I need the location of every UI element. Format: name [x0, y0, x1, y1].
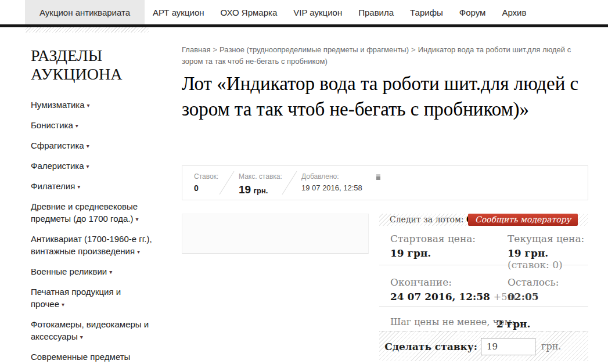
price-step-value: 2 грн.	[497, 318, 530, 330]
sidebar-item-philately[interactable]: Филателия▾	[31, 180, 154, 193]
lot-stats-bar: Ставок: 0 Макс. ставка: 19 грн. Добавлен…	[182, 165, 588, 200]
tab-archive[interactable]: Архив	[494, 0, 534, 24]
ending-row: Окончание: 24 07 2016, 12:58 +5m Осталос…	[390, 276, 588, 302]
page-title: Лот «Индикатор вода та роботи шит.для лю…	[182, 71, 580, 122]
sidebar-item-sphragistics[interactable]: Сфрагистика▾	[31, 139, 154, 152]
report-moderator-button[interactable]: Сообщить модератору	[468, 214, 578, 226]
time-left-value: 02:05	[508, 291, 559, 302]
bid-amount-input[interactable]	[481, 338, 535, 355]
sidebar-item-phaleristics[interactable]: Фалеристика▾	[31, 160, 154, 172]
end-value: 24 07 2016, 12:58	[390, 291, 490, 302]
tab-forum[interactable]: Форум	[451, 0, 494, 24]
sidebar-item-modern-items[interactable]: Современные предметы	[31, 351, 154, 363]
watch-label: Следит за лотом:	[390, 215, 464, 224]
sidebar-item-bonistics[interactable]: Бонистика▾	[31, 119, 154, 132]
chevron-down-icon: ▾	[80, 334, 83, 340]
tab-tariffs[interactable]: Тарифы	[402, 0, 451, 24]
watch-strip: Следит за лотом: 0 Сообщить модератору	[379, 214, 588, 226]
active-tab-hatch	[25, 27, 149, 33]
stat-max-bid: Макс. ставка: 19 грн.	[239, 172, 282, 196]
chevron-down-icon: ▾	[62, 301, 64, 308]
tab-rules[interactable]: Правила	[350, 0, 402, 24]
chevron-down-icon: ▾	[87, 143, 89, 149]
lot-info-panel: Следит за лотом: 0 Сообщить модератору С…	[379, 214, 588, 364]
top-navigation: Аукцион антиквариата АРТ аукцион ОХО Ярм…	[0, 0, 608, 24]
max-bid-value: 19	[239, 183, 251, 196]
chevron-down-icon: ▾	[75, 122, 78, 129]
price-step-row: Шаг цены не менее, чем: 2 грн.	[390, 316, 588, 327]
breadcrumb: Главная>Разное (трудноопределимые предме…	[182, 44, 585, 67]
broken-image-icon	[376, 174, 380, 180]
lot-photo-placeholder	[182, 214, 369, 254]
panel-divider	[379, 306, 588, 307]
bids-label: Ставок:	[194, 172, 218, 181]
tab-art-auction[interactable]: АРТ аукцион	[145, 0, 213, 24]
chevron-down-icon: ▾	[135, 216, 138, 222]
bid-currency-label: грн.	[541, 341, 561, 352]
bids-value: 0	[194, 183, 218, 193]
sidebar-item-numismatics[interactable]: Нумизматика▾	[31, 99, 154, 111]
sidebar-title: РАЗДЕЛЫАУКЦИОНА	[31, 46, 154, 84]
breadcrumb-separator: >	[411, 45, 416, 54]
place-bid-label: Сделать ставку:	[379, 341, 477, 352]
time-left-label: Осталось:	[508, 276, 559, 288]
prices-row: Стартовая цена: 19 грн. Текущая цена: 19…	[390, 233, 588, 259]
added-label: Добавлено:	[301, 172, 362, 181]
chevron-down-icon: ▾	[109, 269, 112, 275]
chevron-down-icon: ▾	[87, 163, 89, 170]
chevron-down-icon: ▾	[87, 102, 90, 109]
max-bid-currency: грн.	[254, 186, 268, 195]
panel-divider	[379, 265, 588, 265]
breadcrumb-category-link[interactable]: Разное (трудноопределимые предметы и фра…	[220, 45, 409, 54]
tab-oho-fair[interactable]: ОХО Ярмарка	[213, 0, 286, 24]
sidebar-item-printed-products[interactable]: Печатная продукция и прочее▾	[31, 286, 154, 311]
sidebar-item-antiques-vintage[interactable]: Антиквариат (1700-1960-е гг.), винтажные…	[31, 233, 154, 258]
current-price-label: Текущая цена:	[508, 233, 588, 244]
sidebar-item-ancient-items[interactable]: Древние и средневековые предметы (до 170…	[31, 200, 154, 225]
max-bid-label: Макс. ставка:	[239, 172, 282, 181]
tab-vip-auction[interactable]: VIP аукцион	[285, 0, 350, 24]
time-left-block: Осталось: 02:05	[508, 276, 559, 302]
stat-added: Добавлено: 19 07 2016, 12:58	[301, 172, 362, 192]
current-price-value: 19 грн.	[508, 247, 548, 259]
sidebar-auction-sections: РАЗДЕЛЫАУКЦИОНА Нумизматика▾ Бонистика▾ …	[31, 46, 154, 364]
stat-bids: Ставок: 0	[194, 172, 218, 193]
sidebar-item-military-relics[interactable]: Военные реликвии▾	[31, 265, 154, 278]
added-value: 19 07 2016, 12:58	[301, 183, 362, 192]
sidebar-item-cameras[interactable]: Фотокамеры, видеокамеры и аксессуары▾	[31, 318, 154, 343]
chevron-down-icon: ▾	[77, 183, 80, 190]
bid-area: Сделать ставку: грн.	[379, 331, 588, 361]
breadcrumb-separator: >	[213, 45, 217, 54]
breadcrumb-home-link[interactable]: Главная	[182, 45, 210, 54]
tab-auction-antiques[interactable]: Аукцион антиквариата	[25, 0, 145, 24]
chevron-down-icon: ▾	[137, 248, 140, 255]
